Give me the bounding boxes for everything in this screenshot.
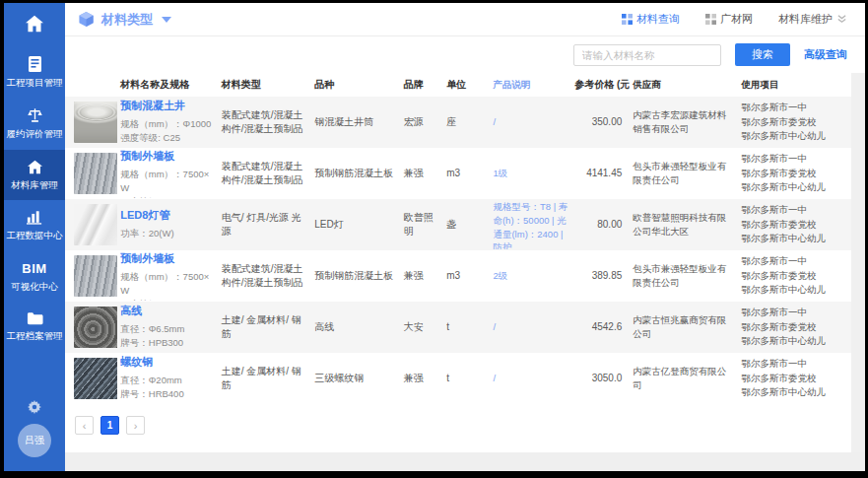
material-name-link[interactable]: 预制混凝土井: [120, 99, 215, 114]
reference-price: 389.85: [571, 269, 630, 284]
material-brand: 欧普照明: [401, 211, 443, 239]
usage-projects: 鄂尔多斯市一中 鄂尔多斯市委党校 鄂尔多斯市中心幼儿: [739, 152, 847, 195]
material-variety: 预制钢筋混凝土板: [311, 269, 401, 284]
material-brand: 兼强: [401, 167, 443, 181]
table-row[interactable]: LED8灯管 功率：20(W) 电气/ 灯具/光源 光源 LED灯 欧普照明 盏…: [65, 199, 851, 250]
sidebar-item-home[interactable]: [4, 3, 65, 46]
product-description-link[interactable]: /: [490, 115, 571, 129]
column-header-name-spec: 材料名称及规格: [117, 78, 218, 92]
warehouse-icon: [27, 160, 43, 174]
material-name-link[interactable]: 预制外墙板: [120, 149, 215, 165]
search-button[interactable]: 搜索: [735, 43, 790, 66]
guangcai-net-link[interactable]: 广材网: [705, 12, 753, 27]
column-header-description: 产品说明: [490, 79, 571, 92]
sidebar-bottom: 吕强: [4, 400, 65, 471]
supplier: 内蒙古李宏源建筑材料销售有限公司: [630, 108, 738, 136]
material-name-link[interactable]: 螺纹钢: [120, 355, 215, 371]
material-library-maintain-link[interactable]: 材料库维护: [778, 12, 847, 27]
pagination-next-button[interactable]: ›: [126, 416, 145, 435]
sidebar-item-material-library[interactable]: 材料库管理: [4, 150, 65, 200]
material-brand: 兼强: [401, 372, 443, 386]
top-bar: 材料类型 材料查询 广材网: [65, 3, 865, 36]
table-row[interactable]: 预制外墙板 规格（mm）：7500×W 强度等级: A3.5 装配式建筑/混凝土…: [65, 148, 851, 199]
reference-price: 3050.0: [571, 372, 630, 386]
sidebar-item-label: 工程项目管理: [7, 77, 63, 88]
app: 工程项目管理 履约评价管理 材料库管理 工程数据中心: [4, 3, 865, 471]
material-spec: 规格（mm）：7500×W 强度等级: A3.5: [120, 270, 215, 301]
material-unit: m3: [443, 167, 490, 181]
supplier: 欧普智慧照明科技有限公司华北大区: [630, 211, 738, 239]
table-row[interactable]: 预制混凝土井 规格（mm）：Φ1000 强度等级: C25 装配式建筑/混凝土构…: [65, 97, 851, 148]
pagination-page-1-button[interactable]: 1: [100, 416, 119, 435]
table-row[interactable]: 螺纹钢 直径：Φ20mm 牌号：HRB400 土建/ 金属材料/ 钢筋 三级螺纹…: [65, 353, 851, 404]
column-header-variety: 品种: [311, 78, 401, 92]
material-brand: 宏源: [401, 115, 443, 130]
material-name-link[interactable]: 高线: [120, 304, 215, 319]
product-description-link[interactable]: 2级: [490, 269, 571, 283]
material-thumbnail: [74, 102, 117, 143]
product-description-link[interactable]: 1级: [490, 167, 571, 180]
table-row[interactable]: 预制外墙板 规格（mm）：7500×W 强度等级: A3.5 装配式建筑/混凝土…: [65, 250, 851, 302]
supplier: 内蒙古亿登商贸有限公司: [630, 365, 738, 392]
material-spec: 规格（mm）：7500×W 强度等级: A3.5: [120, 168, 215, 198]
sidebar-item-label: 可视化中心: [11, 281, 58, 292]
material-type: 电气/ 灯具/光源 光源: [219, 211, 312, 239]
material-unit: t: [443, 372, 490, 386]
supplier: 包头市兼强轻型板业有限责任公司: [630, 160, 738, 187]
sidebar-item-performance-evaluation[interactable]: 履约评价管理: [4, 98, 65, 149]
material-type: 土建/ 金属材料/ 钢筋: [219, 365, 312, 393]
sidebar-item-label: 履约评价管理: [7, 128, 63, 139]
product-description-link[interactable]: 规格型号：T8 | 寿命(h)：50000 | 光通量(lm)：2400 | 防…: [490, 200, 571, 249]
scales-icon: [27, 107, 43, 123]
material-type: 装配式建筑/混凝土构件/混凝土预制品: [219, 262, 312, 291]
usage-projects: 鄂尔多斯市一中 鄂尔多斯市委党校 鄂尔多斯市中心幼儿: [739, 203, 847, 246]
material-variety: 高线: [311, 320, 401, 335]
sidebar: 工程项目管理 履约评价管理 材料库管理 工程数据中心: [4, 3, 65, 471]
material-name-link[interactable]: 预制外墙板: [120, 251, 215, 267]
supplier: 包头市兼强轻型板业有限责任公司: [630, 262, 738, 290]
usage-projects: 鄂尔多斯市一中 鄂尔多斯市委党校 鄂尔多斯市中心幼儿: [739, 101, 847, 144]
folder-icon: [27, 311, 43, 325]
sidebar-item-data-center[interactable]: 工程数据中心: [4, 200, 65, 250]
material-thumbnail: [74, 153, 117, 194]
pagination-prev-button[interactable]: ‹: [75, 416, 94, 435]
search-input[interactable]: [573, 44, 721, 66]
material-query-link[interactable]: 材料查询: [622, 12, 680, 27]
sidebar-spacer: [4, 351, 65, 400]
material-type: 装配式建筑/混凝土构件/混凝土预制品: [219, 108, 312, 137]
pagination: ‹ 1 ›: [65, 404, 851, 444]
material-type-dropdown[interactable]: 材料类型: [78, 11, 171, 29]
material-spec: 直径：Φ6.5mm 牌号：HPB300: [120, 322, 215, 351]
reference-price: 4542.6: [571, 320, 630, 335]
material-variety: 三级螺纹钢: [311, 372, 401, 386]
advanced-query-link[interactable]: 高级查询: [804, 47, 847, 62]
cube-icon: [78, 11, 95, 28]
chevron-double-down-icon: [836, 14, 847, 25]
sidebar-item-label: 工程数据中心: [7, 230, 63, 240]
material-type: 装配式建筑/混凝土构件/混凝土预制品: [219, 160, 312, 188]
sidebar-item-bim-center[interactable]: BIM 可视化中心: [4, 251, 65, 302]
sidebar-item-label: 工程档案管理: [7, 330, 63, 341]
material-thumbnail: [74, 255, 117, 297]
table-row[interactable]: 高线 直径：Φ6.5mm 牌号：HPB300 土建/ 金属材料/ 钢筋 高线 大…: [65, 302, 851, 353]
material-variety: 预制钢筋混凝土板: [311, 167, 401, 181]
product-description-link[interactable]: /: [490, 320, 571, 334]
sidebar-item-project-management[interactable]: 工程项目管理: [4, 46, 65, 98]
bar-chart-icon: [27, 210, 42, 225]
material-thumbnail: [74, 358, 117, 399]
material-name-link[interactable]: LED8灯管: [120, 208, 215, 224]
sidebar-item-archive-management[interactable]: 工程档案管理: [4, 302, 65, 351]
table-header: 材料名称及规格 材料类型 品种 品牌 单位 产品说明 参考价格 (元) 供应商 …: [65, 73, 851, 97]
usage-projects: 鄂尔多斯市一中 鄂尔多斯市委党校 鄂尔多斯市中心幼儿: [739, 306, 847, 349]
avatar[interactable]: 吕强: [18, 424, 51, 457]
main-area: 材料类型 材料查询 广材网: [65, 3, 865, 471]
column-header-projects: 使用项目: [739, 78, 847, 93]
material-thumbnail: [74, 204, 117, 245]
table-body: 预制混凝土井 规格（mm）：Φ1000 强度等级: C25 装配式建筑/混凝土构…: [65, 97, 851, 404]
gear-icon[interactable]: [28, 400, 41, 414]
material-unit: 盏: [443, 218, 490, 233]
reference-price: 80.00: [571, 218, 630, 233]
product-description-link[interactable]: /: [490, 372, 571, 385]
material-variety: LED灯: [311, 218, 401, 233]
material-table: 材料名称及规格 材料类型 品种 品牌 单位 产品说明 参考价格 (元) 供应商 …: [65, 73, 851, 452]
